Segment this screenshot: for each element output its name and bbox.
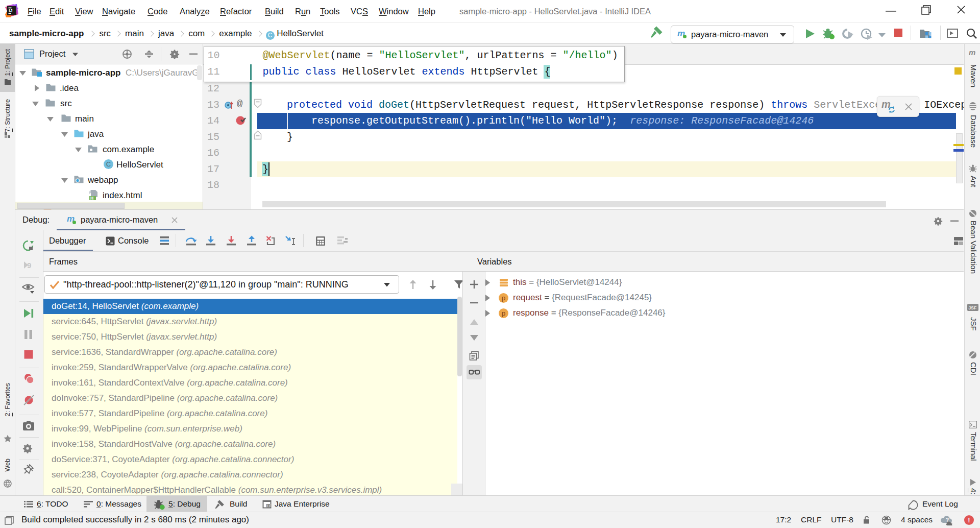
svg-text:9: 9 xyxy=(27,261,31,270)
svg-text:JSF: JSF xyxy=(969,305,977,310)
svg-text:H: H xyxy=(90,196,93,201)
svg-text:EE: EE xyxy=(267,504,272,508)
